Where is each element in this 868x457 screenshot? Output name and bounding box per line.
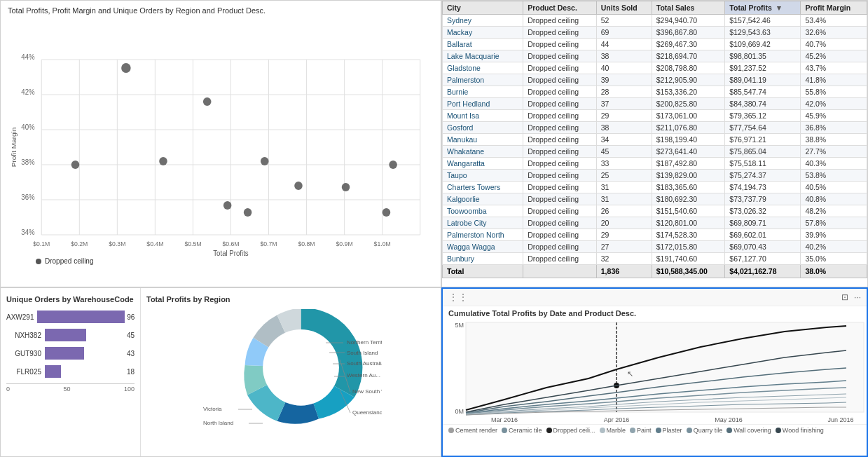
bar-fill[interactable]	[45, 365, 61, 378]
svg-text:$0.1M: $0.1M	[33, 240, 50, 247]
legend-item: Wall covering	[726, 427, 771, 434]
col-sales[interactable]: Total Sales	[652, 1, 725, 15]
table-row[interactable]: BurnieDropped ceiling28$153,336.20$85,54…	[443, 86, 867, 98]
bar-container	[37, 311, 125, 323]
scatter-point[interactable]	[261, 157, 269, 165]
more-icon[interactable]: ···	[854, 292, 861, 302]
scatter-point[interactable]	[389, 161, 397, 169]
col-margin[interactable]: Profit Margin	[801, 1, 867, 15]
donut-label-vic: Victoria	[203, 406, 222, 412]
bar-chart: AXW29196NXH38245GUT93043FLR02518	[6, 311, 135, 378]
table-cell-2: 45	[596, 146, 652, 158]
table-row[interactable]: ToowoombaDropped ceiling26$151,540.60$73…	[443, 205, 867, 217]
line-panel-header: ⋮⋮ ⊡ ···	[443, 289, 867, 306]
table-cell-3: $151,540.60	[652, 205, 725, 217]
table-cell-2: 33	[596, 158, 652, 170]
table-row[interactable]: BallaratDropped ceiling44$269,467.30$109…	[443, 39, 867, 50]
col-city[interactable]: City	[443, 1, 523, 15]
table-row[interactable]: SydneyDropped ceiling52$294,940.70$157,5…	[443, 15, 867, 27]
table-cell-4: $74,194.73	[725, 182, 801, 193]
legend-color-dot	[630, 428, 635, 433]
table-row[interactable]: BunburyDropped ceiling32$191,740.60$67,1…	[443, 253, 867, 265]
svg-text:36%: 36%	[21, 193, 35, 201]
table-cell-1: Dropped ceiling	[523, 27, 597, 39]
scatter-point[interactable]	[121, 63, 131, 73]
col-product[interactable]: Product Desc.	[523, 1, 597, 15]
scatter-point[interactable]	[71, 161, 80, 169]
table-row[interactable]: Charters TowersDropped ceiling31$183,365…	[443, 182, 867, 193]
table-row[interactable]: Port HedlandDropped ceiling37$200,825.80…	[443, 98, 867, 110]
legend-item: Dropped ceili...	[546, 427, 595, 434]
table-row[interactable]: Wagga WaggaDropped ceiling27$172,015.80$…	[443, 241, 867, 253]
cursor-arrow: ↖	[627, 369, 633, 378]
total-cell-1	[523, 265, 597, 278]
table-cell-2: 69	[596, 27, 652, 39]
bar-fill[interactable]	[45, 347, 84, 360]
table-row[interactable]: GladstoneDropped ceiling40$208,798.80$91…	[443, 62, 867, 74]
donut-section: Total Profits by Region	[141, 288, 441, 456]
svg-text:5M: 5M	[455, 322, 464, 329]
total-cell-0: Total	[443, 265, 523, 278]
table-cell-1: Dropped ceiling	[523, 217, 597, 229]
bar-label: FLR025	[6, 368, 41, 376]
table-row[interactable]: Latrobe CityDropped ceiling20$120,801.00…	[443, 217, 867, 229]
table-cell-5: 43.7%	[801, 62, 867, 74]
table-row[interactable]: WhakataneDropped ceiling45$273,641.40$75…	[443, 146, 867, 158]
table-cell-5: 32.6%	[801, 27, 867, 39]
scatter-point[interactable]	[223, 201, 232, 210]
table-row[interactable]: ManukauDropped ceiling34$198,199.40$76,9…	[443, 134, 867, 146]
legend-item: Paint	[630, 427, 652, 434]
legend-item: Wood finishing	[776, 427, 824, 434]
svg-text:38%: 38%	[21, 158, 35, 166]
line-chart-title: Cumulative Total Profits by Date and Pro…	[443, 306, 867, 319]
expand-icon[interactable]: ⊡	[841, 292, 848, 302]
table-cell-1: Dropped ceiling	[523, 170, 597, 182]
table-cell-1: Dropped ceiling	[523, 74, 597, 86]
table-cell-1: Dropped ceiling	[523, 15, 597, 27]
scatter-point[interactable]	[294, 182, 303, 190]
scatter-point[interactable]	[159, 157, 167, 165]
table-row[interactable]: PalmerstonDropped ceiling39$212,905.90$8…	[443, 74, 867, 86]
table-scroll[interactable]: City Product Desc. Units Sold Total Sale…	[442, 1, 867, 287]
bar-value: 96	[127, 313, 135, 321]
table-cell-2: 31	[596, 193, 652, 205]
scatter-point[interactable]	[342, 183, 350, 191]
table-cell-0: Charters Towers	[443, 182, 523, 193]
bar-label: NXH382	[6, 332, 41, 339]
table-cell-1: Dropped ceiling	[523, 98, 597, 110]
svg-text:May 2016: May 2016	[715, 416, 743, 423]
bar-fill[interactable]	[45, 329, 86, 341]
svg-text:Apr 2016: Apr 2016	[604, 416, 630, 423]
table-cell-0: Palmerston North	[443, 229, 523, 241]
table-row[interactable]: GosfordDropped ceiling38$211,076.80$77,7…	[443, 122, 867, 134]
donut-label-nt: Northern Territory	[347, 339, 382, 346]
scatter-point[interactable]	[203, 97, 212, 106]
scatter-title: Total Profits, Profit Margin and Unique …	[8, 6, 434, 15]
col-profits[interactable]: Total Profits ▼	[725, 1, 801, 15]
table-row[interactable]: Lake MacquarieDropped ceiling38$218,694.…	[443, 50, 867, 62]
table-cell-5: 39.9%	[801, 229, 867, 241]
scatter-point[interactable]	[383, 208, 391, 217]
legend-label: Marble	[607, 427, 626, 434]
table-row[interactable]: Palmerston NorthDropped ceiling29$174,52…	[443, 229, 867, 241]
table-row[interactable]: MackayDropped ceiling69$396,867.80$129,5…	[443, 27, 867, 39]
table-cell-2: 29	[596, 229, 652, 241]
table-row[interactable]: WangarattaDropped ceiling33$187,492.80$7…	[443, 158, 867, 170]
table-row[interactable]: TaupoDropped ceiling25$139,829.00$75,274…	[443, 170, 867, 182]
drag-handle[interactable]: ⋮⋮	[448, 292, 468, 303]
donut-hole	[263, 329, 339, 406]
bar-axis: 0 50 100	[6, 383, 135, 393]
donut-title: Total Profits by Region	[146, 295, 435, 303]
table-row[interactable]: KalgoorlieDropped ceiling31$180,692.30$7…	[443, 193, 867, 205]
table-cell-2: 38	[596, 50, 652, 62]
svg-text:Mar 2016: Mar 2016	[491, 416, 518, 423]
scatter-point[interactable]	[244, 208, 252, 217]
table-cell-1: Dropped ceiling	[523, 110, 597, 122]
bar-fill[interactable]	[37, 311, 125, 323]
line-chart-area: 5M 0M Mar 2016 Apr 2016 May 2016 Jun 201…	[443, 319, 867, 424]
table-row[interactable]: Mount IsaDropped ceiling29$173,061.00$79…	[443, 110, 867, 122]
table-cell-1: Dropped ceiling	[523, 205, 597, 217]
table-cell-5: 40.7%	[801, 39, 867, 50]
legend-label: Dropped ceili...	[553, 427, 595, 434]
col-units[interactable]: Units Sold	[596, 1, 652, 15]
